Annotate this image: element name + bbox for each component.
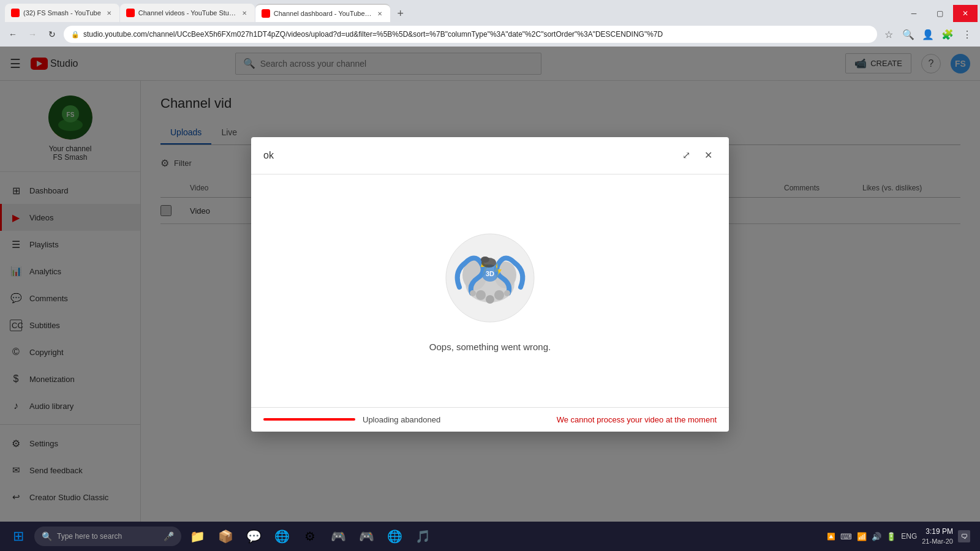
tab-title-3: Channel dashboard - YouTube S... bbox=[274, 10, 372, 17]
tab-favicon-1 bbox=[11, 9, 20, 17]
error-dialog: ok ⤢ ✕ bbox=[251, 137, 729, 432]
clock-date: 21-Mar-20 bbox=[922, 537, 953, 546]
maximize-button[interactable]: ▢ bbox=[927, 5, 952, 22]
microphone-icon[interactable]: 🎤 bbox=[164, 531, 174, 541]
new-tab-button[interactable]: + bbox=[392, 5, 409, 22]
dialog-body: 3D Oops, something went wrong. bbox=[251, 174, 729, 407]
address-bar: ← → ↻ 🔒 studio.youtube.com/channel/UCcBe… bbox=[0, 22, 980, 47]
tab-2[interactable]: Channel videos - YouTube Studio ✕ bbox=[120, 4, 255, 22]
menu-icon[interactable]: ⋮ bbox=[959, 26, 975, 42]
network-icon[interactable]: 📶 bbox=[857, 532, 867, 541]
taskbar-apps: 📁 📦 💬 🌐 ⚙ 🎮 🎮 🌐 🎵 bbox=[184, 523, 824, 550]
taskbar-app-game[interactable]: 🎮 bbox=[325, 523, 352, 550]
search-labs-icon[interactable]: 🔍 bbox=[900, 26, 916, 42]
notification-button[interactable]: 🗨 bbox=[958, 530, 970, 542]
battery-icon: 🔋 bbox=[886, 532, 896, 541]
upload-status-text: Uploading abandoned bbox=[363, 415, 440, 424]
volume-icon[interactable]: 🔊 bbox=[872, 532, 881, 541]
tab-close-3[interactable]: ✕ bbox=[375, 9, 384, 18]
taskbar-search-icon: 🔍 bbox=[42, 531, 52, 541]
clock-time: 3:19 PM bbox=[922, 527, 953, 537]
tab-close-2[interactable]: ✕ bbox=[240, 9, 249, 17]
svg-text:3D: 3D bbox=[486, 270, 494, 277]
progress-bar-fill bbox=[263, 418, 355, 421]
close-button[interactable]: ✕ bbox=[953, 5, 978, 22]
svg-point-18 bbox=[481, 257, 489, 263]
keyboard-icon: ⌨ bbox=[840, 532, 852, 541]
forward-button[interactable]: → bbox=[24, 26, 40, 42]
profile-icon[interactable]: 👤 bbox=[920, 26, 936, 42]
upload-status: Uploading abandoned bbox=[263, 415, 440, 424]
svg-point-10 bbox=[476, 290, 486, 300]
browser-chrome: (32) FS Smash - YouTube ✕ Channel videos… bbox=[0, 0, 980, 47]
dialog-footer: Uploading abandoned We cannot process yo… bbox=[251, 407, 729, 432]
url-field[interactable]: 🔒 studio.youtube.com/channel/UCcBeeX5h6F… bbox=[64, 26, 877, 43]
tab-favicon-3 bbox=[262, 9, 270, 18]
svg-point-14 bbox=[504, 290, 510, 296]
tab-close-1[interactable]: ✕ bbox=[105, 9, 113, 17]
taskbar-search-placeholder: Type here to search bbox=[57, 532, 122, 541]
taskbar-time[interactable]: 3:19 PM 21-Mar-20 bbox=[922, 527, 953, 546]
dialog-header: ok ⤢ ✕ bbox=[251, 137, 729, 174]
taskbar-app-chrome2[interactable]: 🌐 bbox=[381, 523, 408, 550]
dialog-header-actions: ⤢ ✕ bbox=[677, 147, 717, 164]
svg-point-11 bbox=[486, 295, 494, 304]
taskbar-app-fileexplorer[interactable]: 📁 bbox=[184, 523, 211, 550]
error-message: Oops, something went wrong. bbox=[429, 342, 551, 352]
start-button[interactable]: ⊞ bbox=[5, 523, 32, 550]
back-button[interactable]: ← bbox=[5, 26, 21, 42]
taskbar-app-amazon[interactable]: 📦 bbox=[212, 523, 239, 550]
extensions-icon[interactable]: 🧩 bbox=[940, 26, 956, 42]
dialog-title: ok bbox=[263, 150, 274, 161]
tab-bar: (32) FS Smash - YouTube ✕ Channel videos… bbox=[0, 0, 980, 22]
bookmark-icon[interactable]: ☆ bbox=[881, 26, 897, 42]
url-text: studio.youtube.com/channel/UCcBeeX5h6FXm… bbox=[83, 30, 663, 39]
taskbar-app-chrome[interactable]: 🌐 bbox=[268, 523, 295, 550]
tab-3[interactable]: Channel dashboard - YouTube S... ✕ bbox=[255, 4, 390, 22]
close-dialog-button[interactable]: ✕ bbox=[699, 147, 717, 164]
tab-title-2: Channel videos - YouTube Studio bbox=[138, 9, 236, 17]
tab-1[interactable]: (32) FS Smash - YouTube ✕ bbox=[5, 4, 119, 22]
tab-favicon-2 bbox=[126, 9, 135, 17]
expand-dialog-button[interactable]: ⤢ bbox=[677, 147, 695, 164]
taskbar-tray: 🔼 ⌨ 📶 🔊 🔋 ENG 3:19 PM 21-Mar-20 🗨 bbox=[827, 527, 975, 546]
window-controls: ─ ▢ ✕ bbox=[902, 5, 980, 22]
lang-label: ENG bbox=[901, 532, 917, 541]
modal-overlay: ok ⤢ ✕ bbox=[0, 47, 980, 522]
process-error-text: We cannot process your video at the mome… bbox=[557, 415, 717, 424]
progress-bar-container bbox=[263, 418, 355, 421]
error-svg: 3D bbox=[441, 229, 539, 327]
lock-icon: 🔒 bbox=[71, 31, 80, 39]
svg-point-12 bbox=[494, 290, 504, 300]
taskbar-app-discord[interactable]: 💬 bbox=[240, 523, 267, 550]
reload-button[interactable]: ↻ bbox=[44, 26, 60, 42]
taskbar-search-box[interactable]: 🔍 Type here to search 🎤 bbox=[34, 527, 181, 546]
tray-up-arrow[interactable]: 🔼 bbox=[827, 533, 835, 541]
taskbar-app-steam[interactable]: 🎮 bbox=[353, 523, 380, 550]
minimize-button[interactable]: ─ bbox=[902, 5, 926, 22]
tab-title-1: (32) FS Smash - YouTube bbox=[23, 9, 101, 17]
taskbar-app-settings[interactable]: ⚙ bbox=[296, 523, 323, 550]
error-illustration: 3D bbox=[441, 229, 539, 327]
taskbar-app-music[interactable]: 🎵 bbox=[409, 523, 436, 550]
taskbar: ⊞ 🔍 Type here to search 🎤 📁 📦 💬 🌐 ⚙ 🎮 🎮 … bbox=[0, 522, 980, 551]
svg-point-13 bbox=[470, 290, 476, 296]
